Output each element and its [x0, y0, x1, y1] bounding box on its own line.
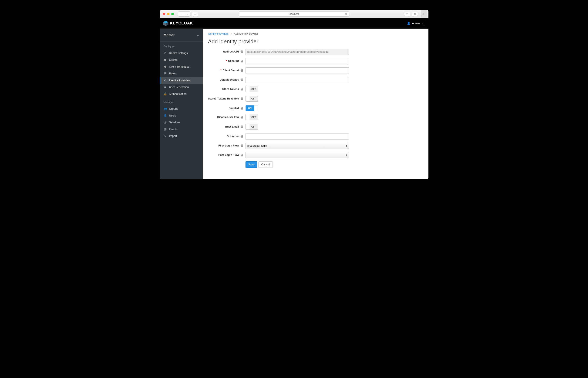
- sidebar-item-label: Authentication: [169, 92, 187, 95]
- import-icon: ⇲: [164, 134, 167, 138]
- sidebar-toggle-icon[interactable]: ☰: [192, 12, 198, 16]
- reload-icon[interactable]: ⟳: [345, 13, 347, 15]
- user-icon: 👤: [164, 114, 167, 117]
- sidebar-item-users[interactable]: 👤Users: [160, 112, 203, 119]
- sidebar-item-label: Sessions: [169, 121, 180, 124]
- sidebar-item-label: Import: [169, 134, 177, 137]
- sidebar-item-label: Identity Providers: [169, 79, 190, 82]
- share-icon[interactable]: ⇪: [404, 12, 410, 16]
- breadcrumb: Identity Providers » Add identity provid…: [208, 32, 424, 35]
- sidebar-item-events[interactable]: ▦Events: [160, 126, 203, 133]
- user-icon: 👤: [407, 22, 410, 25]
- exchange-icon: ⇄: [164, 79, 167, 82]
- post-login-flow-select[interactable]: [246, 152, 349, 158]
- help-icon[interactable]: ?: [241, 60, 243, 63]
- sidebar-item-label: Users: [169, 114, 176, 117]
- breadcrumb-parent-link[interactable]: Identity Providers: [208, 32, 229, 35]
- address-bar[interactable]: localhost ⟳: [239, 12, 349, 17]
- stored-tokens-readable-toggle[interactable]: OFF: [246, 96, 258, 102]
- gui-order-label: GUI order ?: [208, 133, 246, 138]
- sidebar-item-label: Roles: [169, 72, 176, 75]
- chevron-down-icon: ⌄: [422, 22, 424, 25]
- help-icon[interactable]: ?: [241, 144, 243, 147]
- new-tab-button[interactable]: +: [421, 10, 427, 18]
- sidebar-item-label: User Federation: [169, 85, 189, 89]
- sidebar-item-sessions[interactable]: ◷Sessions: [160, 119, 203, 126]
- sidebar-item-user-federation[interactable]: ≣User Federation: [160, 84, 203, 91]
- sidebar-item-client-templates[interactable]: ⬢Client Templates: [160, 63, 203, 70]
- sidebar-item-groups[interactable]: 👥Groups: [160, 106, 203, 112]
- default-scopes-input[interactable]: [246, 77, 349, 83]
- help-icon[interactable]: ?: [241, 107, 243, 110]
- minimize-window-icon[interactable]: [167, 13, 169, 15]
- client-secret-input[interactable]: [246, 68, 349, 74]
- redirect-uri-label: Redirect URI ?: [208, 49, 246, 54]
- sidebar-item-clients[interactable]: ⬢Clients: [160, 56, 203, 63]
- help-icon[interactable]: ?: [241, 125, 243, 128]
- app-header: KEYCLOAK 👤 Admin ⌄: [160, 18, 428, 29]
- store-tokens-label: Store Tokens ?: [208, 86, 246, 91]
- keycloak-logo[interactable]: KEYCLOAK: [163, 20, 193, 26]
- trust-email-label: Trust Email ?: [208, 124, 246, 129]
- help-icon[interactable]: ?: [241, 135, 243, 138]
- sidebar: Master ⌄ Configure ⎚Realm Settings ⬢Clie…: [160, 29, 203, 179]
- post-login-flow-label: Post Login Flow ?: [208, 152, 246, 157]
- realm-name: Master: [164, 33, 175, 37]
- user-name: Admin: [412, 22, 420, 25]
- realm-selector[interactable]: Master ⌄: [160, 29, 203, 42]
- help-icon[interactable]: ?: [241, 79, 243, 81]
- window-controls: [163, 13, 174, 15]
- sidebar-item-authentication[interactable]: 🔒Authentication: [160, 91, 203, 97]
- help-icon[interactable]: ?: [241, 50, 243, 53]
- sidebar-item-label: Clients: [169, 58, 178, 61]
- default-scopes-label: Default Scopes ?: [208, 77, 246, 82]
- keycloak-logo-icon: [163, 20, 169, 26]
- help-icon[interactable]: ?: [241, 69, 243, 72]
- close-window-icon[interactable]: [163, 13, 165, 15]
- app-name: KEYCLOAK: [170, 21, 193, 26]
- store-tokens-toggle[interactable]: OFF: [246, 86, 258, 92]
- help-icon[interactable]: ?: [241, 97, 243, 100]
- enabled-toggle[interactable]: ON: [246, 105, 258, 111]
- sliders-icon: ⎚: [164, 52, 167, 55]
- identity-provider-form: Redirect URI ? * Client ID ? * Client Se…: [208, 49, 400, 168]
- client-id-label: * Client ID ?: [208, 58, 246, 63]
- browser-window: ‹ › ☰ localhost ⟳ ⇪ ⧉ + KEYCLOAK 👤 Admin…: [160, 10, 428, 179]
- tabs-icon[interactable]: ⧉: [412, 12, 418, 16]
- client-id-input[interactable]: [246, 58, 349, 64]
- gui-order-input[interactable]: [246, 133, 349, 140]
- url-text: localhost: [289, 13, 299, 15]
- main-content: Identity Providers » Add identity provid…: [203, 29, 428, 179]
- cubes-icon: ⬢: [164, 65, 167, 68]
- calendar-icon: ▦: [164, 128, 167, 131]
- first-login-flow-select[interactable]: first broker login: [246, 143, 349, 149]
- database-icon: ≣: [164, 85, 167, 89]
- maximize-window-icon[interactable]: [171, 13, 174, 15]
- help-icon[interactable]: ?: [241, 154, 243, 156]
- redirect-uri-input[interactable]: [246, 49, 349, 55]
- cancel-button[interactable]: Cancel: [258, 161, 273, 168]
- user-menu[interactable]: 👤 Admin ⌄: [407, 22, 424, 25]
- save-button[interactable]: Save: [246, 161, 257, 168]
- sidebar-item-label: Client Templates: [169, 65, 190, 68]
- group-icon: 👥: [164, 107, 167, 110]
- sidebar-item-roles[interactable]: ☰Roles: [160, 70, 203, 77]
- trust-email-toggle[interactable]: OFF: [246, 124, 258, 130]
- sidebar-item-realm-settings[interactable]: ⎚Realm Settings: [160, 50, 203, 56]
- back-button[interactable]: ‹: [178, 12, 184, 16]
- sidebar-item-identity-providers[interactable]: ⇄Identity Providers: [160, 77, 203, 84]
- enabled-label: Enabled ?: [208, 105, 246, 110]
- client-secret-label: * Client Secret ?: [208, 68, 246, 72]
- sidebar-item-import[interactable]: ⇲Import: [160, 133, 203, 139]
- stored-tokens-readable-label: Stored Tokens Readable ?: [208, 96, 246, 101]
- breadcrumb-separator-icon: »: [231, 32, 232, 35]
- browser-chrome: ‹ › ☰ localhost ⟳ ⇪ ⧉ +: [160, 10, 428, 18]
- lock-icon: 🔒: [164, 92, 167, 96]
- cube-icon: ⬢: [164, 58, 167, 62]
- help-icon[interactable]: ?: [241, 88, 243, 91]
- forward-button[interactable]: ›: [184, 12, 190, 16]
- disable-user-info-toggle[interactable]: OFF: [246, 114, 258, 120]
- help-icon[interactable]: ?: [241, 116, 243, 119]
- sidebar-item-label: Realm Settings: [169, 52, 188, 55]
- nav-back-forward: ‹ ›: [178, 12, 190, 17]
